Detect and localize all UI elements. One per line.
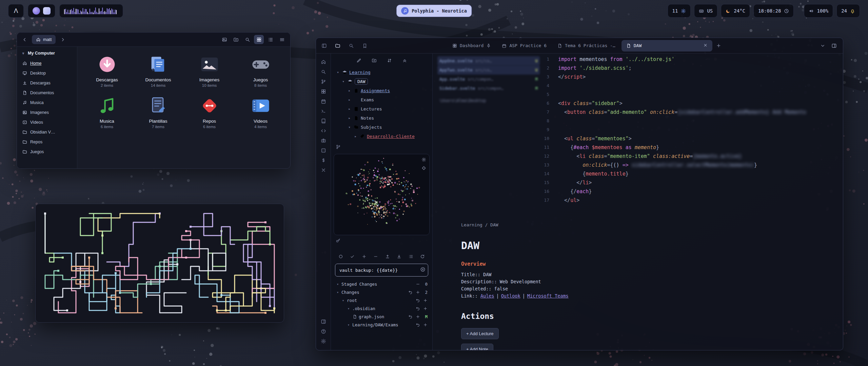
unstage-all-icon[interactable] [373,254,378,259]
now-playing[interactable]: Polyphia - Neurotica [396,5,472,17]
ribbon-close-icon[interactable] [318,165,329,175]
sidebar-item[interactable]: Descargas [17,78,77,88]
sidebar-item[interactable]: Desktop [17,68,77,78]
stage-icon[interactable] [423,306,428,311]
new-tab-button[interactable] [714,41,724,51]
stage-icon[interactable] [416,290,420,294]
ribbon-random-note-icon[interactable] [318,145,329,155]
module-volume[interactable]: 100% [804,4,833,18]
app-icon[interactable] [33,7,40,15]
discard-icon[interactable] [408,290,413,294]
sidebar-item[interactable]: Juegos [17,147,77,157]
sidebar-item[interactable]: Imagenes [17,107,77,117]
new-folder-icon[interactable] [231,35,241,44]
stage-icon[interactable] [423,298,428,303]
code-editor[interactable]: 1import mementoes from '../../store.js'2… [535,55,840,205]
tab-tema6[interactable]: Tema 6 Prácticas -… [553,40,620,52]
folder-item[interactable]: Plantillas 7 items [133,94,184,131]
close-icon[interactable] [703,43,708,48]
sidebar-toggle-icon[interactable] [321,43,327,48]
module-clock[interactable]: 18:08:28 [753,4,794,18]
ribbon-home-icon[interactable] [318,57,329,67]
stage-icon[interactable] [423,323,428,327]
git-branch-icon[interactable] [336,144,341,149]
ribbon-canvas-icon[interactable] [318,86,329,96]
sidebar-item[interactable]: Obsidian V… [17,127,77,137]
folder-item[interactable]: Imagenes 10 items [184,52,235,89]
sidebar-header[interactable]: My Computer [17,50,77,58]
module-weather[interactable]: 24°C [721,4,750,18]
tab-search-icon[interactable] [349,43,354,48]
unstage-icon[interactable] [416,282,420,286]
sidebar-item[interactable]: Videos [17,117,77,127]
key-icon[interactable] [336,238,341,243]
list-view-icon[interactable] [265,35,275,44]
folder-item[interactable]: Repos 6 items [184,94,235,131]
discard-icon[interactable] [416,306,420,311]
git-row-staged[interactable]: Staged Changes 0 [331,280,432,288]
refresh-icon[interactable] [420,254,425,259]
settings-gear-icon[interactable] [318,336,329,346]
link-outlook[interactable]: Outlook [501,293,520,299]
help-icon[interactable] [318,326,329,336]
stage-all-icon[interactable] [362,254,367,259]
link-aules[interactable]: Aules [480,293,494,299]
tree-item[interactable]: Desarrollo-Cliente [331,132,432,141]
graph-settings-gear-icon[interactable] [421,157,426,162]
grid-view-icon[interactable] [254,35,264,44]
pull-icon[interactable] [397,254,401,259]
commit-check-icon[interactable] [350,254,355,259]
app-shortcuts[interactable] [28,4,55,18]
git-row-exams[interactable]: Learning/DAW/Exams [331,321,432,329]
note-breadcrumb[interactable]: Learning / DAW [461,222,739,227]
git-row-root[interactable]: root [331,296,432,304]
new-folder-icon[interactable] [372,58,377,63]
tab-bookmarks-icon[interactable] [362,43,368,48]
git-row-changes[interactable]: Changes 2 [331,288,432,296]
tab-daw[interactable]: DAW [622,40,712,52]
breadcrumb[interactable]: matt [32,35,56,44]
link-teams[interactable]: Microsoft Teams [527,293,569,299]
tree-item[interactable]: Assignments [331,86,432,95]
ribbon-camera-icon[interactable] [318,136,329,145]
ribbon-code-icon[interactable] [318,126,329,136]
ribbon-layout-icon[interactable] [318,317,329,326]
sort-icon[interactable] [387,58,392,63]
right-sidebar-toggle-icon[interactable] [831,43,837,48]
module-keyboard-layout[interactable]: US [694,4,717,18]
menu-icon[interactable] [277,35,287,44]
discard-icon[interactable] [408,314,413,319]
ribbon-search-icon[interactable] [318,67,329,77]
ribbon-terminal-icon[interactable] [318,106,329,116]
sidebar-item[interactable]: Repos [17,137,77,147]
folder-item[interactable]: Descargas 2 items [81,52,133,89]
new-note-icon[interactable] [356,58,361,63]
sidebar-item[interactable]: Documentos [17,88,77,98]
folder-item[interactable]: Documentos 14 items [133,52,184,89]
tree-item[interactable]: Subjects [331,123,432,132]
search-icon[interactable] [242,35,252,44]
push-icon[interactable] [385,254,390,259]
stage-icon[interactable] [416,314,420,319]
module-updates[interactable]: 11 [668,4,691,18]
ribbon-book-icon[interactable] [318,116,329,126]
tab-dashboard[interactable]: Dashboard [448,40,496,52]
sidebar-item[interactable]: Home [17,58,77,68]
forward-button[interactable] [58,35,67,44]
module-notifications[interactable]: 24 [836,4,860,18]
add-lecture-button[interactable]: + Add Lecture [461,328,499,339]
ribbon-currency-icon[interactable] [318,155,329,165]
preview-toggle-icon[interactable] [219,35,229,44]
discard-icon[interactable] [416,323,420,327]
collapse-all-icon[interactable] [402,58,407,63]
app-icon[interactable] [43,7,51,15]
tree-item[interactable]: Lectures [331,104,432,114]
tree-item[interactable]: Notes [331,114,432,123]
ribbon-graph-icon[interactable] [318,77,329,86]
graph-focus-icon[interactable] [421,166,426,170]
commit-message-input[interactable] [335,264,428,277]
tree-item[interactable]: Exams [331,95,432,104]
change-list-icon[interactable] [409,254,413,259]
sidebar-item[interactable]: Musica [17,98,77,107]
folder-item[interactable]: Videos 4 items [235,94,286,131]
